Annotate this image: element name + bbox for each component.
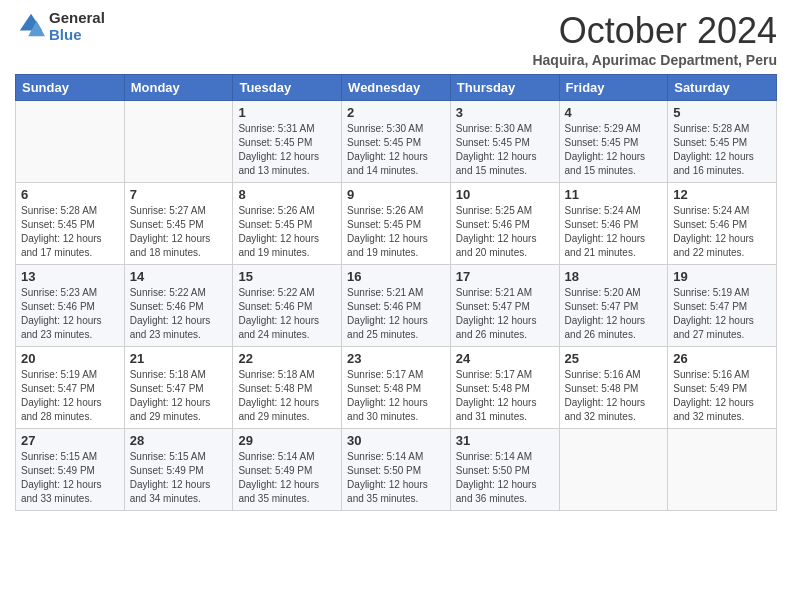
calendar-week-2: 6Sunrise: 5:28 AM Sunset: 5:45 PM Daylig…: [16, 183, 777, 265]
day-info: Sunrise: 5:20 AM Sunset: 5:47 PM Dayligh…: [565, 286, 663, 342]
col-friday: Friday: [559, 75, 668, 101]
day-number: 15: [238, 269, 336, 284]
calendar-cell: [16, 101, 125, 183]
calendar-header-row: Sunday Monday Tuesday Wednesday Thursday…: [16, 75, 777, 101]
day-info: Sunrise: 5:21 AM Sunset: 5:47 PM Dayligh…: [456, 286, 554, 342]
calendar-cell: [124, 101, 233, 183]
calendar-cell: [559, 429, 668, 511]
day-number: 26: [673, 351, 771, 366]
day-number: 27: [21, 433, 119, 448]
day-number: 17: [456, 269, 554, 284]
calendar-cell: 17Sunrise: 5:21 AM Sunset: 5:47 PM Dayli…: [450, 265, 559, 347]
day-number: 8: [238, 187, 336, 202]
day-number: 24: [456, 351, 554, 366]
day-info: Sunrise: 5:15 AM Sunset: 5:49 PM Dayligh…: [21, 450, 119, 506]
day-info: Sunrise: 5:30 AM Sunset: 5:45 PM Dayligh…: [456, 122, 554, 178]
calendar-cell: 7Sunrise: 5:27 AM Sunset: 5:45 PM Daylig…: [124, 183, 233, 265]
calendar-cell: [668, 429, 777, 511]
day-number: 19: [673, 269, 771, 284]
calendar-cell: 1Sunrise: 5:31 AM Sunset: 5:45 PM Daylig…: [233, 101, 342, 183]
day-number: 30: [347, 433, 445, 448]
day-info: Sunrise: 5:31 AM Sunset: 5:45 PM Dayligh…: [238, 122, 336, 178]
day-info: Sunrise: 5:15 AM Sunset: 5:49 PM Dayligh…: [130, 450, 228, 506]
calendar-cell: 30Sunrise: 5:14 AM Sunset: 5:50 PM Dayli…: [342, 429, 451, 511]
calendar-cell: 4Sunrise: 5:29 AM Sunset: 5:45 PM Daylig…: [559, 101, 668, 183]
day-info: Sunrise: 5:29 AM Sunset: 5:45 PM Dayligh…: [565, 122, 663, 178]
col-thursday: Thursday: [450, 75, 559, 101]
month-title: October 2024: [532, 10, 777, 52]
day-number: 21: [130, 351, 228, 366]
calendar-week-1: 1Sunrise: 5:31 AM Sunset: 5:45 PM Daylig…: [16, 101, 777, 183]
day-info: Sunrise: 5:22 AM Sunset: 5:46 PM Dayligh…: [238, 286, 336, 342]
calendar-cell: 15Sunrise: 5:22 AM Sunset: 5:46 PM Dayli…: [233, 265, 342, 347]
day-number: 6: [21, 187, 119, 202]
day-number: 4: [565, 105, 663, 120]
day-number: 11: [565, 187, 663, 202]
calendar-cell: 10Sunrise: 5:25 AM Sunset: 5:46 PM Dayli…: [450, 183, 559, 265]
day-number: 5: [673, 105, 771, 120]
day-number: 9: [347, 187, 445, 202]
calendar-cell: 22Sunrise: 5:18 AM Sunset: 5:48 PM Dayli…: [233, 347, 342, 429]
day-number: 31: [456, 433, 554, 448]
day-info: Sunrise: 5:24 AM Sunset: 5:46 PM Dayligh…: [673, 204, 771, 260]
day-number: 7: [130, 187, 228, 202]
day-info: Sunrise: 5:25 AM Sunset: 5:46 PM Dayligh…: [456, 204, 554, 260]
calendar-cell: 28Sunrise: 5:15 AM Sunset: 5:49 PM Dayli…: [124, 429, 233, 511]
calendar-week-4: 20Sunrise: 5:19 AM Sunset: 5:47 PM Dayli…: [16, 347, 777, 429]
calendar-cell: 6Sunrise: 5:28 AM Sunset: 5:45 PM Daylig…: [16, 183, 125, 265]
logo-icon: [17, 11, 45, 39]
calendar-cell: 20Sunrise: 5:19 AM Sunset: 5:47 PM Dayli…: [16, 347, 125, 429]
calendar-cell: 8Sunrise: 5:26 AM Sunset: 5:45 PM Daylig…: [233, 183, 342, 265]
calendar-cell: 24Sunrise: 5:17 AM Sunset: 5:48 PM Dayli…: [450, 347, 559, 429]
day-info: Sunrise: 5:21 AM Sunset: 5:46 PM Dayligh…: [347, 286, 445, 342]
calendar-cell: 19Sunrise: 5:19 AM Sunset: 5:47 PM Dayli…: [668, 265, 777, 347]
day-number: 22: [238, 351, 336, 366]
day-number: 2: [347, 105, 445, 120]
logo-blue: Blue: [49, 27, 105, 44]
day-number: 1: [238, 105, 336, 120]
page: General Blue October 2024 Haquira, Apuri…: [0, 0, 792, 612]
day-number: 13: [21, 269, 119, 284]
day-info: Sunrise: 5:26 AM Sunset: 5:45 PM Dayligh…: [347, 204, 445, 260]
logo: General Blue: [15, 10, 105, 43]
calendar-cell: 16Sunrise: 5:21 AM Sunset: 5:46 PM Dayli…: [342, 265, 451, 347]
logo-general: General: [49, 10, 105, 27]
col-tuesday: Tuesday: [233, 75, 342, 101]
day-info: Sunrise: 5:17 AM Sunset: 5:48 PM Dayligh…: [347, 368, 445, 424]
day-number: 16: [347, 269, 445, 284]
header: General Blue October 2024 Haquira, Apuri…: [15, 10, 777, 68]
day-info: Sunrise: 5:14 AM Sunset: 5:49 PM Dayligh…: [238, 450, 336, 506]
day-number: 25: [565, 351, 663, 366]
calendar-cell: 27Sunrise: 5:15 AM Sunset: 5:49 PM Dayli…: [16, 429, 125, 511]
day-info: Sunrise: 5:23 AM Sunset: 5:46 PM Dayligh…: [21, 286, 119, 342]
day-info: Sunrise: 5:27 AM Sunset: 5:45 PM Dayligh…: [130, 204, 228, 260]
day-info: Sunrise: 5:17 AM Sunset: 5:48 PM Dayligh…: [456, 368, 554, 424]
day-info: Sunrise: 5:22 AM Sunset: 5:46 PM Dayligh…: [130, 286, 228, 342]
day-info: Sunrise: 5:14 AM Sunset: 5:50 PM Dayligh…: [456, 450, 554, 506]
calendar-cell: 14Sunrise: 5:22 AM Sunset: 5:46 PM Dayli…: [124, 265, 233, 347]
col-monday: Monday: [124, 75, 233, 101]
day-info: Sunrise: 5:14 AM Sunset: 5:50 PM Dayligh…: [347, 450, 445, 506]
calendar-cell: 23Sunrise: 5:17 AM Sunset: 5:48 PM Dayli…: [342, 347, 451, 429]
title-section: October 2024 Haquira, Apurimac Departmen…: [532, 10, 777, 68]
calendar-cell: 18Sunrise: 5:20 AM Sunset: 5:47 PM Dayli…: [559, 265, 668, 347]
day-info: Sunrise: 5:19 AM Sunset: 5:47 PM Dayligh…: [673, 286, 771, 342]
day-number: 10: [456, 187, 554, 202]
calendar-cell: 2Sunrise: 5:30 AM Sunset: 5:45 PM Daylig…: [342, 101, 451, 183]
day-number: 29: [238, 433, 336, 448]
col-saturday: Saturday: [668, 75, 777, 101]
day-number: 23: [347, 351, 445, 366]
calendar-week-3: 13Sunrise: 5:23 AM Sunset: 5:46 PM Dayli…: [16, 265, 777, 347]
calendar-cell: 12Sunrise: 5:24 AM Sunset: 5:46 PM Dayli…: [668, 183, 777, 265]
col-sunday: Sunday: [16, 75, 125, 101]
calendar-cell: 13Sunrise: 5:23 AM Sunset: 5:46 PM Dayli…: [16, 265, 125, 347]
day-info: Sunrise: 5:26 AM Sunset: 5:45 PM Dayligh…: [238, 204, 336, 260]
location-subtitle: Haquira, Apurimac Department, Peru: [532, 52, 777, 68]
calendar-cell: 31Sunrise: 5:14 AM Sunset: 5:50 PM Dayli…: [450, 429, 559, 511]
calendar-cell: 29Sunrise: 5:14 AM Sunset: 5:49 PM Dayli…: [233, 429, 342, 511]
calendar-cell: 11Sunrise: 5:24 AM Sunset: 5:46 PM Dayli…: [559, 183, 668, 265]
day-info: Sunrise: 5:24 AM Sunset: 5:46 PM Dayligh…: [565, 204, 663, 260]
day-info: Sunrise: 5:19 AM Sunset: 5:47 PM Dayligh…: [21, 368, 119, 424]
day-info: Sunrise: 5:28 AM Sunset: 5:45 PM Dayligh…: [21, 204, 119, 260]
day-info: Sunrise: 5:16 AM Sunset: 5:48 PM Dayligh…: [565, 368, 663, 424]
